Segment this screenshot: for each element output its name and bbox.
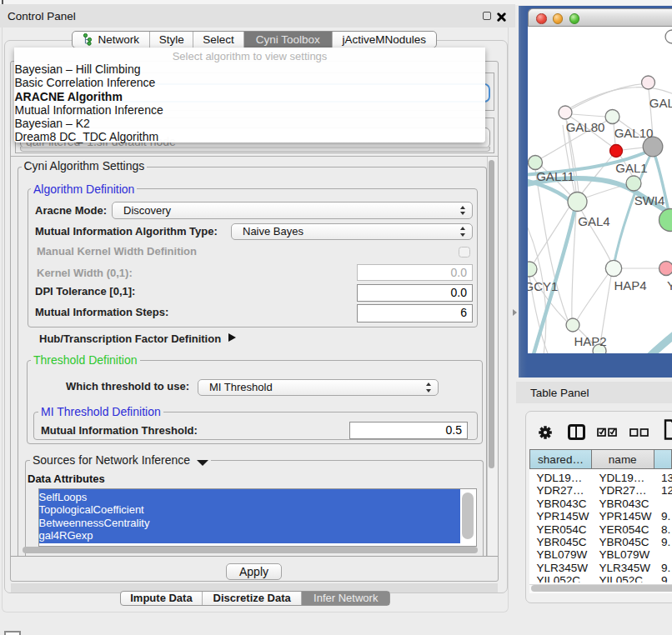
svg-text:YJ: YJ <box>667 278 672 292</box>
svg-text:GAL10: GAL10 <box>614 125 654 139</box>
svg-text:HAP2: HAP2 <box>574 333 606 348</box>
svg-text:GCY1: GCY1 <box>528 278 558 292</box>
svg-text:GAL7: GAL7 <box>649 95 672 109</box>
svg-text:SWI4: SWI4 <box>634 192 665 207</box>
svg-text:HAP4: HAP4 <box>614 278 646 292</box>
svg-text:GAL11: GAL11 <box>536 168 574 182</box>
svg-text:GAL1: GAL1 <box>615 160 647 174</box>
svg-text:GAL80: GAL80 <box>566 119 605 133</box>
svg-text:GAL4: GAL4 <box>578 213 609 228</box>
